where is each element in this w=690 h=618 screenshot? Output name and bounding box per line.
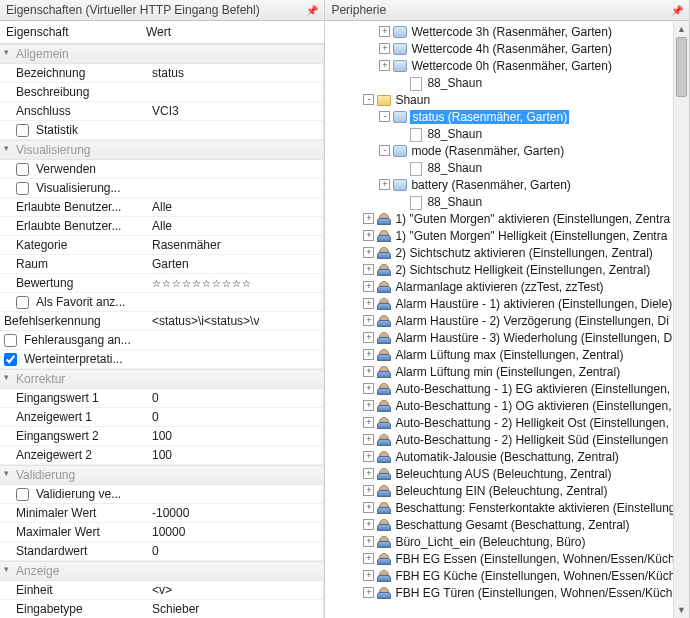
tree-node[interactable]: +FBH EG Essen (Einstellungen, Wohnen/Ess… [325,550,689,567]
property-value[interactable]: status [148,66,323,80]
scrollbar[interactable]: ▲ ▼ [673,21,689,618]
property-checkbox[interactable] [16,488,29,501]
property-row[interactable]: Fehlerausgang an... [0,331,323,350]
pin-icon[interactable]: 📌 [671,5,683,16]
collapse-icon[interactable]: - [363,94,374,105]
tree-node[interactable]: +Büro_Licht_ein (Beleuchtung, Büro) [325,533,689,550]
property-value[interactable]: ☆☆☆☆☆☆☆☆☆☆ [148,278,323,289]
collapse-icon[interactable]: - [379,145,390,156]
expand-icon[interactable]: + [363,536,374,547]
tree-node[interactable]: +Alarm Haustüre - 3) Wiederholung (Einst… [325,329,689,346]
property-value[interactable]: 100 [148,448,323,462]
property-value[interactable]: Garten [148,257,323,271]
tree-node[interactable]: +Auto-Beschattung - 2) Helligkeit Ost (E… [325,414,689,431]
property-value[interactable]: 0 [148,544,323,558]
property-row[interactable]: Bezeichnungstatus [0,64,323,83]
property-value[interactable]: <status>\i<status>\v [148,314,323,328]
expand-icon[interactable]: + [363,400,374,411]
tree-node[interactable]: -mode (Rasenmäher, Garten) [325,142,689,159]
expand-icon[interactable]: + [363,366,374,377]
category-visualisierung[interactable]: Visualisierung [0,140,323,160]
property-row[interactable]: Werteinterpretati... [0,350,323,369]
tree-node[interactable]: +2) Sichtschutz aktivieren (Einstellunge… [325,244,689,261]
tree-node[interactable]: +Alarm Lüftung min (Einstellungen, Zentr… [325,363,689,380]
property-row[interactable]: Verwenden [0,160,323,179]
tree-node[interactable]: +Beschattung Gesamt (Beschattung, Zentra… [325,516,689,533]
property-row[interactable]: Eingangswert 2100 [0,427,323,446]
tree-node[interactable]: +Auto-Beschattung - 2) Helligkeit Süd (E… [325,431,689,448]
property-row[interactable]: AnschlussVCI3 [0,102,323,121]
expand-icon[interactable]: + [379,26,390,37]
property-checkbox[interactable] [16,296,29,309]
category-validierung[interactable]: Validierung [0,465,323,485]
property-row[interactable]: Als Favorit anz... [0,293,323,312]
property-row[interactable]: EingabetypeSchieber [0,600,323,618]
property-row[interactable]: Anzeigewert 2100 [0,446,323,465]
tree-node[interactable]: +Alarm Haustüre - 2) Verzögerung (Einste… [325,312,689,329]
property-row[interactable]: Standardwert0 [0,542,323,561]
expand-icon[interactable]: + [363,230,374,241]
expand-icon[interactable]: + [363,570,374,581]
pin-icon[interactable]: 📌 [306,5,318,16]
tree-node[interactable]: -Shaun [325,91,689,108]
tree-node[interactable]: +Automatik-Jalousie (Beschattung, Zentra… [325,448,689,465]
property-value[interactable]: Rasenmäher [148,238,323,252]
expand-icon[interactable]: + [363,315,374,326]
property-value[interactable]: 0 [148,410,323,424]
expand-icon[interactable]: + [363,349,374,360]
expand-icon[interactable]: + [363,434,374,445]
expand-icon[interactable]: + [363,298,374,309]
scroll-up-icon[interactable]: ▲ [674,21,689,37]
tree-node[interactable]: +FBH EG Türen (Einstellungen, Wohnen/Ess… [325,584,689,601]
property-row[interactable]: Beschreibung [0,83,323,102]
expand-icon[interactable]: + [363,587,374,598]
category-allgemein[interactable]: Allgemein [0,44,323,64]
property-value[interactable]: Alle [148,200,323,214]
expand-icon[interactable]: + [363,485,374,496]
peripherie-tree[interactable]: +Wettercode 3h (Rasenmäher, Garten)+Wett… [325,21,689,603]
collapse-icon[interactable]: - [379,111,390,122]
tree-node[interactable]: +battery (Rasenmäher, Garten) [325,176,689,193]
property-row[interactable]: Befehlserkennung<status>\i<status>\v [0,312,323,331]
property-row[interactable]: Validierung ve... [0,485,323,504]
tree-node[interactable]: +1) "Guten Morgen" Helligkeit (Einstellu… [325,227,689,244]
property-checkbox[interactable] [16,163,29,176]
tree-node[interactable]: +1) "Guten Morgen" aktivieren (Einstellu… [325,210,689,227]
expand-icon[interactable]: + [363,519,374,530]
property-row[interactable]: Maximaler Wert10000 [0,523,323,542]
tree-node[interactable]: 88_Shaun [325,125,689,142]
property-row[interactable]: Erlaubte Benutzer...Alle [0,217,323,236]
property-value[interactable]: <v> [148,583,323,597]
tree-node[interactable]: +2) Sichtschutz Helligkeit (Einstellunge… [325,261,689,278]
property-row[interactable]: Visualisierung... [0,179,323,198]
expand-icon[interactable]: + [363,281,374,292]
tree-node[interactable]: +FBH EG Küche (Einstellungen, Wohnen/Ess… [325,567,689,584]
property-row[interactable]: RaumGarten [0,255,323,274]
expand-icon[interactable]: + [363,451,374,462]
expand-icon[interactable]: + [363,332,374,343]
property-value[interactable]: Alle [148,219,323,233]
property-row[interactable]: Eingangswert 10 [0,389,323,408]
scroll-thumb[interactable] [676,37,687,97]
tree-node[interactable]: +Wettercode 3h (Rasenmäher, Garten) [325,23,689,40]
property-value[interactable]: 0 [148,391,323,405]
expand-icon[interactable]: + [363,468,374,479]
property-row[interactable]: Einheit<v> [0,581,323,600]
property-row[interactable]: Bewertung☆☆☆☆☆☆☆☆☆☆ [0,274,323,293]
category-korrektur[interactable]: Korrektur [0,369,323,389]
property-row[interactable]: Statistik [0,121,323,140]
tree-node[interactable]: -status (Rasenmäher, Garten) [325,108,689,125]
property-row[interactable]: Anzeigewert 10 [0,408,323,427]
expand-icon[interactable]: + [363,417,374,428]
expand-icon[interactable]: + [363,383,374,394]
tree-node[interactable]: +Beschattung: Fensterkontakte aktivieren… [325,499,689,516]
expand-icon[interactable]: + [363,247,374,258]
expand-icon[interactable]: + [379,179,390,190]
tree-node[interactable]: +Alarm Lüftung max (Einstellungen, Zentr… [325,346,689,363]
property-value[interactable]: 10000 [148,525,323,539]
tree-node[interactable]: +Wettercode 0h (Rasenmäher, Garten) [325,57,689,74]
property-checkbox[interactable] [16,182,29,195]
property-checkbox[interactable] [4,353,17,366]
property-row[interactable]: Minimaler Wert-10000 [0,504,323,523]
tree-node[interactable]: +Wettercode 4h (Rasenmäher, Garten) [325,40,689,57]
